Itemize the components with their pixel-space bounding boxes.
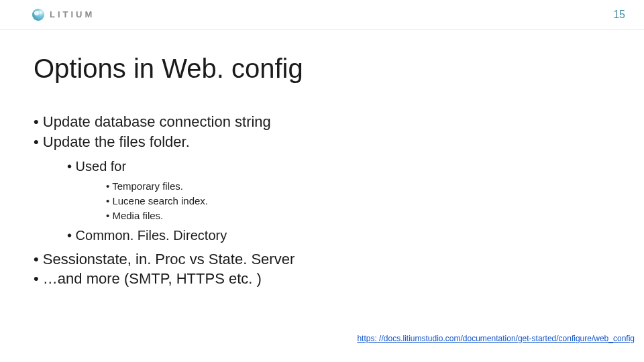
list-item: Used for Temporary files. Lucene search … — [67, 157, 644, 223]
slide: LITIUM 15 Options in Web. config Update … — [0, 0, 644, 362]
list-item: Common. Files. Directory — [67, 226, 644, 245]
docs-link[interactable]: https: //docs.litiumstudio.com/documenta… — [357, 334, 635, 343]
list-item: Update the files folder. Used for Tempor… — [34, 132, 644, 245]
list-item: Sessionstate, in. Proc vs State. Server — [34, 249, 644, 269]
list-item: Lucene search index. — [106, 194, 644, 208]
list-item-text: Update the files folder. — [43, 133, 190, 150]
slide-title: Options in Web. config — [34, 54, 644, 84]
list-item: Update database connection string — [34, 112, 644, 132]
brand-name: LITIUM — [50, 9, 95, 19]
brand-logo: LITIUM — [32, 9, 95, 21]
list-item-text: Used for — [76, 159, 127, 174]
page-number: 15 — [613, 9, 625, 21]
bullet-sublist: Used for Temporary files. Lucene search … — [67, 157, 644, 245]
list-item: Temporary files. — [106, 179, 644, 194]
list-item: Media files. — [106, 208, 644, 223]
slide-content: Options in Web. config Update database c… — [0, 29, 644, 289]
globe-icon — [32, 9, 44, 21]
bullet-sublist: Temporary files. Lucene search index. Me… — [106, 179, 644, 223]
list-item: …and more (SMTP, HTTPS etc. ) — [34, 269, 644, 289]
slide-header: LITIUM 15 — [0, 0, 644, 29]
bullet-list: Update database connection string Update… — [34, 112, 644, 289]
